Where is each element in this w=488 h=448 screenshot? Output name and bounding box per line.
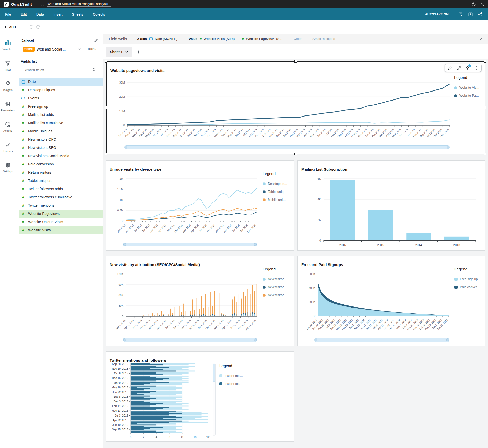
tab-sheet-1[interactable]: Sheet 1 [106, 47, 132, 57]
expand-visual-icon[interactable] [456, 65, 461, 70]
menu-sheets[interactable]: Sheets [72, 12, 83, 16]
menu-file[interactable]: File [5, 12, 11, 16]
well-small-multiples[interactable]: Small multiples [312, 37, 335, 41]
svg-text:Jan 2014: Jan 2014 [149, 223, 159, 233]
add-sheet-icon[interactable] [136, 50, 141, 54]
vertical-scrollbar[interactable] [213, 363, 216, 436]
redo-icon[interactable] [36, 24, 41, 29]
panel-mailing-list-subscription[interactable]: Mailing List Subscription 6K4K2K02016201… [297, 160, 485, 251]
panel-website-pageviews-visits[interactable]: Website pageviews and visits 30M20M10M0J… [106, 61, 485, 154]
field-item[interactable]: #Website Pageviews [19, 210, 103, 218]
svg-text:Mar 9, 2015: Mar 9, 2015 [114, 381, 128, 384]
menu-insert[interactable]: Insert [53, 12, 62, 16]
menu-objects[interactable]: Objects [93, 12, 105, 16]
well-x-axis[interactable]: X axis Date (MONTH) [137, 37, 177, 41]
rail-item-filter[interactable]: Filter [0, 60, 16, 71]
field-item[interactable]: #New visitors SEO [19, 144, 103, 152]
dataset-selector[interactable]: SPICE Web and Social ... [21, 45, 84, 53]
rail-item-themes[interactable]: Themes [0, 142, 16, 153]
edit-visual-pencil-icon[interactable] [448, 65, 452, 70]
legend-swatch-icon [219, 382, 222, 385]
search-input[interactable] [21, 66, 98, 74]
svg-text:20M: 20M [119, 95, 125, 98]
field-item[interactable]: #Paid conversion [19, 160, 103, 168]
field-item[interactable]: #Twitter followers cumulative [19, 193, 103, 201]
well-color[interactable]: Color [294, 37, 302, 41]
legend-entry[interactable]: Website Pa… [454, 94, 484, 97]
legend-entry[interactable]: New visitor… [263, 277, 293, 281]
undo-icon[interactable] [29, 24, 34, 29]
legend-swatch-icon [454, 86, 457, 89]
field-item[interactable]: #Desktop uniques [19, 86, 103, 94]
field-item[interactable]: #Website Unique Visits [19, 218, 103, 226]
panel-new-visits-attribution[interactable]: New visits by attribution (SEO/CPC/Socia… [106, 256, 294, 346]
legend-swatch-icon [454, 286, 458, 289]
field-item[interactable]: #Website Visits [19, 226, 103, 234]
legend-label: Paid conver… [460, 285, 480, 289]
legend-entry[interactable]: Twitter foll… [219, 382, 250, 386]
legend-entry[interactable]: Paid conver… [454, 285, 485, 289]
horizontal-scrollbar[interactable] [314, 338, 449, 342]
well-value-2[interactable]: # Website Pageviews (S... [242, 37, 282, 41]
analysis-title[interactable]: Web and Social Media Analytics analysis [47, 2, 111, 7]
legend-entry[interactable]: Twitter me… [219, 374, 250, 378]
horizontal-scrollbar[interactable] [123, 338, 257, 342]
field-item[interactable]: Date [19, 78, 103, 86]
field-item[interactable]: #Mailing list cumulative [19, 119, 103, 127]
panel-unique-visits-device[interactable]: Unique visits by device type 2M1.5M1M0.5… [106, 160, 294, 251]
legend-entry[interactable]: New visitor… [263, 293, 293, 297]
horizontal-scrollbar[interactable] [123, 243, 257, 246]
share-icon[interactable] [478, 12, 483, 17]
rail-item-parameters[interactable]: Parameters [0, 101, 16, 112]
field-item[interactable]: #New visitors Social Media [19, 152, 103, 160]
panel-twitter-mentions-followers[interactable]: Twitter mentions and followers 024681012… [106, 351, 294, 442]
legend-entry[interactable]: Website Vis… [454, 86, 484, 89]
legend-entry[interactable]: New visitor… [263, 285, 293, 289]
svg-text:Jan 2015: Jan 2015 [182, 223, 191, 233]
chevron-down-icon[interactable] [478, 37, 482, 41]
field-label: Free sign up [28, 104, 48, 109]
user-icon[interactable] [480, 2, 484, 6]
star-icon[interactable] [40, 2, 44, 6]
field-item[interactable]: #Mailing list adds [19, 111, 103, 119]
insights-lightbulb-icon[interactable] [465, 65, 470, 70]
quicksight-logo[interactable] [4, 2, 9, 7]
rail-item-settings[interactable]: Settings [0, 162, 16, 173]
field-label: New visitors CPC [28, 137, 56, 142]
field-item[interactable]: #Return visitors [19, 168, 103, 177]
panel-free-paid-signups[interactable]: Free and Paid Signups 600K400K200K0Oct 3… [297, 256, 485, 346]
svg-text:0: 0 [122, 219, 123, 222]
save-icon[interactable] [458, 12, 463, 17]
legend-entry[interactable]: Mobile uni… [263, 198, 293, 202]
autosave-status[interactable]: AUTOSAVE ON [425, 13, 449, 16]
export-icon[interactable] [468, 12, 473, 17]
sliders-icon [5, 101, 11, 107]
menu-data[interactable]: Data [36, 12, 44, 16]
field-item[interactable]: #New visitors CPC [19, 135, 103, 144]
legend-entry[interactable]: Free sign up [454, 277, 485, 281]
field-item[interactable]: #Twitter followers adds [19, 185, 103, 193]
field-wells-bar[interactable]: Field wells X axis Date (MONTH) Value # … [103, 34, 488, 44]
field-item[interactable]: #Tablet uniques [19, 177, 103, 185]
field-label: Tablet uniques [28, 179, 51, 183]
rail-item-actions[interactable]: Actions [0, 121, 16, 132]
field-item[interactable]: #Twitter mentions [19, 201, 103, 210]
help-icon[interactable] [472, 2, 476, 6]
rail-item-insights[interactable]: Insights [0, 80, 16, 92]
legend-entry[interactable]: Desktop un… [263, 182, 293, 186]
horizontal-scrollbar[interactable] [124, 145, 450, 149]
legend-entry[interactable]: Tablet uniq… [263, 190, 293, 194]
svg-text:0: 0 [319, 239, 321, 242]
number-icon: # [200, 37, 202, 41]
well-value-1[interactable]: Value # Website Visits (Sum) [189, 37, 235, 41]
field-item[interactable]: #Mobile uniques [19, 127, 103, 135]
rail-item-visualize[interactable]: Visualize [0, 40, 16, 51]
field-label: Mailing list cumulative [28, 121, 63, 125]
add-button[interactable]: ADD [4, 25, 20, 29]
menu-kebab-icon[interactable] [474, 65, 479, 70]
edit-dataset-pencil-icon[interactable] [94, 38, 98, 43]
menu-edit[interactable]: Edit [21, 12, 27, 16]
field-item[interactable]: Events [19, 94, 103, 102]
legend-swatch-icon [263, 190, 266, 193]
field-item[interactable]: #Free sign up [19, 102, 103, 111]
